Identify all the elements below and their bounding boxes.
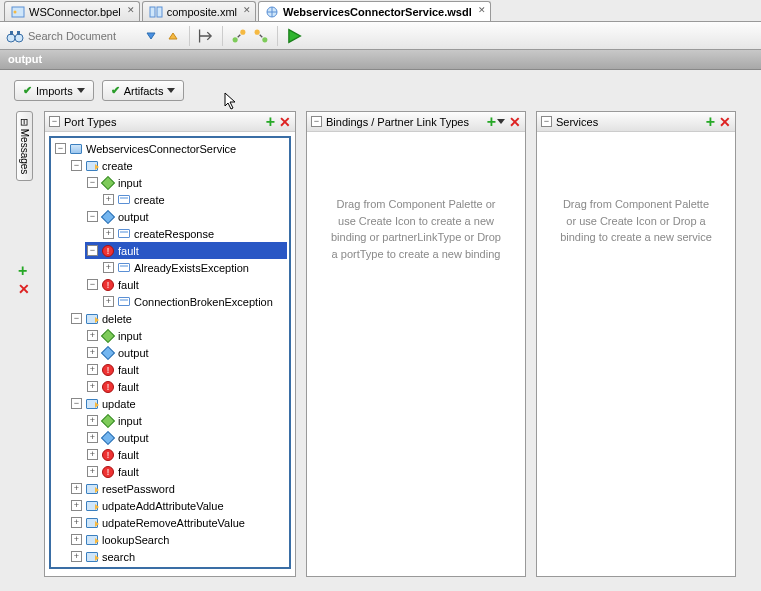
fault-icon: ! <box>101 465 115 479</box>
binoculars-icon[interactable] <box>6 27 24 45</box>
tree-node-op[interactable]: +resetPassword <box>69 480 287 497</box>
input-icon <box>101 329 115 343</box>
add-icon[interactable]: + <box>706 116 715 128</box>
expander-icon[interactable]: + <box>87 432 98 443</box>
port-types-tree[interactable]: −WebservicesConnectorService −create −in… <box>49 136 291 569</box>
collapse-icon[interactable]: − <box>311 116 322 127</box>
tree-node-op[interactable]: −create <box>69 157 287 174</box>
filter-row: ✔ Imports ✔ Artifacts <box>0 70 761 111</box>
expander-icon[interactable]: + <box>71 534 82 545</box>
expander-icon[interactable]: − <box>71 398 82 409</box>
expander-icon[interactable]: − <box>87 211 98 222</box>
expander-icon[interactable]: − <box>55 143 66 154</box>
tree-node-op[interactable]: +udpateRemoveAttributeValue <box>69 514 287 531</box>
tree-node-output[interactable]: +output <box>85 344 287 361</box>
delete-icon[interactable]: ✕ <box>279 114 291 130</box>
bindings-body[interactable]: Drag from Component Palette or use Creat… <box>307 132 525 576</box>
expander-icon[interactable]: + <box>103 262 114 273</box>
output-icon <box>101 210 115 224</box>
tree-node-output[interactable]: −output <box>85 208 287 225</box>
tab-label: WSConnector.bpel <box>29 6 121 18</box>
tree-node-fault[interactable]: +!fault <box>85 361 287 378</box>
tab-wsconnector[interactable]: WSConnector.bpel ✕ <box>4 1 140 21</box>
add-icon[interactable]: + <box>266 116 275 128</box>
expander-icon[interactable]: + <box>71 500 82 511</box>
input-icon <box>101 176 115 190</box>
play-icon[interactable] <box>285 27 303 45</box>
tab-wsdl[interactable]: WebservicesConnectorService.wsdl ✕ <box>258 1 491 21</box>
tree-node-fault[interactable]: +!fault <box>85 463 287 480</box>
section-title: output <box>8 53 42 65</box>
tree-node-op[interactable]: +search <box>69 548 287 565</box>
expander-icon[interactable]: + <box>103 228 114 239</box>
expander-icon[interactable]: + <box>87 415 98 426</box>
add-dropdown[interactable]: + <box>487 116 505 128</box>
svg-point-6 <box>15 34 23 42</box>
expander-icon[interactable]: − <box>87 279 98 290</box>
imports-dropdown[interactable]: ✔ Imports <box>14 80 94 101</box>
collapse-icon[interactable]: − <box>541 116 552 127</box>
tree-node-msg[interactable]: +ConnectionBrokenException <box>101 293 287 310</box>
expander-icon[interactable]: + <box>87 347 98 358</box>
tree-node-msg[interactable]: +createResponse <box>101 225 287 242</box>
tree-node-fault-selected[interactable]: −!fault <box>85 242 287 259</box>
placeholder-text: Drag from Component Palette or use Creat… <box>311 136 521 262</box>
tree-node-fault[interactable]: +!fault <box>85 378 287 395</box>
artifacts-dropdown[interactable]: ✔ Artifacts <box>102 80 185 101</box>
tree-node-fault[interactable]: −!fault <box>85 276 287 293</box>
output-icon <box>101 431 115 445</box>
expander-icon[interactable]: − <box>71 313 82 324</box>
close-icon[interactable]: ✕ <box>478 5 486 15</box>
tree-node-input[interactable]: +input <box>85 327 287 344</box>
close-icon[interactable]: ✕ <box>243 5 251 15</box>
svg-point-5 <box>7 34 15 42</box>
expander-icon[interactable]: − <box>87 245 98 256</box>
tree-node-op[interactable]: −delete <box>69 310 287 327</box>
tree-node-op[interactable]: +lookupSearch <box>69 531 287 548</box>
expander-icon[interactable]: + <box>87 330 98 341</box>
services-body[interactable]: Drag from Component Palette or use Creat… <box>537 132 735 576</box>
toolbar <box>0 22 761 50</box>
tree-node-input[interactable]: −input <box>85 174 287 191</box>
close-icon[interactable]: ✕ <box>127 5 135 15</box>
delete-icon[interactable]: ✕ <box>18 281 30 297</box>
operation-icon <box>85 159 99 173</box>
tree-node-op[interactable]: −update <box>69 395 287 412</box>
expander-icon[interactable]: + <box>87 449 98 460</box>
expander-icon[interactable]: + <box>103 296 114 307</box>
tree-node-fault[interactable]: +!fault <box>85 446 287 463</box>
fault-icon: ! <box>101 448 115 462</box>
expander-icon[interactable]: + <box>87 466 98 477</box>
messages-tab[interactable]: ⊟ Messages <box>16 111 33 181</box>
wsdl-file-icon <box>265 6 279 18</box>
message-icon <box>117 193 131 207</box>
expander-icon[interactable]: − <box>87 177 98 188</box>
collapse-icon[interactable] <box>197 27 215 45</box>
expander-icon[interactable]: + <box>71 551 82 562</box>
down-arrow-button[interactable] <box>142 27 160 45</box>
expander-icon[interactable]: + <box>103 194 114 205</box>
tree-node-service[interactable]: −WebservicesConnectorService <box>53 140 287 157</box>
search-input[interactable] <box>28 30 138 42</box>
up-arrow-button[interactable] <box>164 27 182 45</box>
link-left-icon[interactable] <box>230 27 248 45</box>
delete-icon[interactable]: ✕ <box>509 114 521 130</box>
collapse-icon[interactable]: − <box>49 116 60 127</box>
tree-node-output[interactable]: +output <box>85 429 287 446</box>
delete-icon[interactable]: ✕ <box>719 114 731 130</box>
expander-icon[interactable]: + <box>71 517 82 528</box>
tab-composite[interactable]: composite.xml ✕ <box>142 1 256 21</box>
add-icon[interactable]: + <box>18 265 30 277</box>
collapse-box-icon: ⊟ <box>19 118 30 126</box>
tree-node-input[interactable]: +input <box>85 412 287 429</box>
section-header: output <box>0 50 761 70</box>
tree-node-msg[interactable]: +AlreadyExistsException <box>101 259 287 276</box>
expander-icon[interactable]: − <box>71 160 82 171</box>
link-right-icon[interactable] <box>252 27 270 45</box>
expander-icon[interactable]: + <box>87 364 98 375</box>
tree-node-op[interactable]: +udpateAddAttributeValue <box>69 497 287 514</box>
main-area: ⊟ Messages + ✕ − Port Types + ✕ −Webserv… <box>0 111 761 591</box>
expander-icon[interactable]: + <box>87 381 98 392</box>
tree-node-msg[interactable]: +create <box>101 191 287 208</box>
expander-icon[interactable]: + <box>71 483 82 494</box>
